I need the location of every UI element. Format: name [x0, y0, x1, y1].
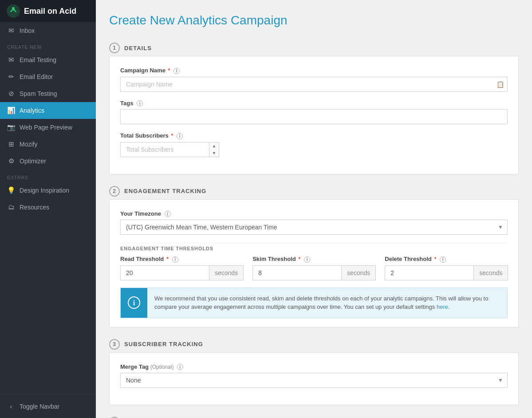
sidebar-item-label: Web Page Preview [20, 124, 72, 131]
info-box-icon: i [121, 288, 147, 318]
optimizer-icon: ⚙ [7, 157, 15, 165]
total-subscribers-label: Total Subscribers * i [120, 132, 508, 139]
info-box-text: We recommend that you use consistent rea… [147, 288, 507, 318]
engagement-info-box: i We recommend that you use consistent r… [120, 288, 508, 318]
spinner-up[interactable]: ▲ [209, 142, 219, 150]
skim-threshold-label: Skim Threshold * i [252, 256, 376, 263]
section-subscriber-number: 3 [109, 339, 120, 350]
total-subscribers-input[interactable] [120, 142, 209, 157]
section-subscriber: 3 SUBSCRIBER TRACKING Merge Tag (Optiona… [109, 335, 519, 406]
sidebar-item-web-page-preview[interactable]: 📷 Web Page Preview [0, 119, 96, 136]
campaign-name-input[interactable] [120, 77, 508, 92]
sidebar-item-inbox[interactable]: ✉ Inbox [0, 22, 96, 39]
tags-label: Tags i [120, 100, 508, 107]
read-threshold-group: Read Threshold * i seconds [120, 256, 244, 280]
sidebar-item-mozify[interactable]: ⊞ Mozify [0, 136, 96, 153]
section-subscriber-body: Merge Tag (Optional) i None ▼ [109, 352, 519, 406]
sidebar-item-label: Email Testing [20, 56, 56, 63]
total-subscribers-group: Total Subscribers * i ▲ ▼ [120, 132, 508, 157]
section-label-create: CREATE NEW [0, 39, 96, 51]
delete-threshold-unit: seconds [473, 266, 508, 280]
section-details-header: 1 DETAILS [109, 38, 519, 56]
sidebar-item-analytics[interactable]: 📊 Analytics [0, 102, 96, 119]
section-engagement: 2 ENGAGEMENT TRACKING Your Timezone i (U… [109, 181, 519, 327]
spinner-down[interactable]: ▼ [209, 150, 219, 157]
sidebar: Email on Acid ✉ Inbox CREATE NEW ✉ Email… [0, 0, 96, 418]
required-marker: * [171, 132, 173, 139]
merge-tag-select-wrapper: None ▼ [120, 373, 508, 388]
total-subscribers-info-icon[interactable]: i [177, 133, 183, 139]
section-details-body: Campaign Name * i 📋 Tags i Total Su [109, 56, 519, 174]
timezone-label: Your Timezone i [120, 210, 508, 217]
web-page-preview-icon: 📷 [7, 123, 15, 131]
read-threshold-input[interactable] [121, 266, 209, 280]
section-engagement-label: ENGAGEMENT TRACKING [124, 188, 206, 194]
info-box-link[interactable]: here [437, 304, 448, 310]
logo-text: Email on Acid [24, 7, 76, 16]
section-details: 1 DETAILS Campaign Name * i 📋 Tags i [109, 38, 519, 174]
sidebar-item-label: Optimizer [20, 158, 46, 165]
thresholds-label: ENGAGEMENT TIME THRESHOLDS [120, 243, 508, 251]
total-subscribers-spinner: ▲ ▼ [120, 142, 200, 157]
merge-tag-label: Merge Tag (Optional) i [120, 363, 508, 371]
read-threshold-unit: seconds [209, 266, 243, 280]
section-engagement-number: 2 [109, 186, 120, 197]
sidebar-toggle-navbar[interactable]: ‹ Toggle Navbar [0, 398, 96, 414]
skim-threshold-group: Skim Threshold * i seconds [252, 256, 376, 280]
sidebar-item-label: Analytics [20, 107, 44, 114]
logo: Email on Acid [0, 0, 96, 22]
sidebar-item-design-inspiration[interactable]: 💡 Design Inspiration [0, 182, 96, 199]
logo-icon [6, 4, 20, 18]
svg-text:i: i [133, 299, 135, 307]
sidebar-item-label: Email Editor [20, 73, 53, 80]
merge-tag-optional: (Optional) [150, 364, 174, 370]
section-label-extras: EXTRAS [0, 170, 96, 182]
sidebar-item-resources[interactable]: 🗂 Resources [0, 199, 96, 215]
delete-threshold-info-icon[interactable]: i [440, 256, 446, 263]
resources-icon: 🗂 [7, 203, 15, 211]
merge-tag-select[interactable]: None [120, 373, 508, 388]
sidebar-item-email-editor[interactable]: ✏ Email Editor [0, 68, 96, 85]
tags-input[interactable] [120, 109, 508, 124]
required-marker: * [166, 256, 169, 262]
section-details-number: 1 [109, 43, 120, 53]
design-inspiration-icon: 💡 [7, 186, 15, 194]
analytics-icon: 📊 [7, 106, 15, 114]
main-content: Create New Analytics Campaign 1 DETAILS … [96, 0, 532, 418]
read-threshold-info-icon[interactable]: i [172, 256, 178, 263]
skim-threshold-input[interactable] [253, 266, 341, 280]
required-marker: * [168, 67, 170, 74]
sidebar-item-label: Resources [20, 204, 49, 211]
delete-threshold-input[interactable] [385, 266, 473, 280]
merge-tag-info-icon[interactable]: i [177, 364, 183, 370]
campaign-name-wrapper: 📋 [120, 77, 508, 92]
sidebar-item-optimizer[interactable]: ⚙ Optimizer [0, 153, 96, 170]
required-marker: * [434, 256, 436, 262]
merge-tag-group: Merge Tag (Optional) i None ▼ [120, 363, 508, 388]
svg-point-1 [12, 7, 15, 10]
timezone-info-icon[interactable]: i [165, 211, 171, 217]
sidebar-item-label: Mozify [20, 141, 37, 148]
section-engagement-body: Your Timezone i (UTC) Greenwich Mean Tim… [109, 199, 519, 327]
campaign-name-label: Campaign Name * i [120, 67, 508, 74]
tags-group: Tags i [120, 100, 508, 125]
svg-point-0 [7, 4, 20, 18]
email-testing-icon: ✉ [7, 56, 15, 64]
sidebar-item-spam-testing[interactable]: ⊘ Spam Testing [0, 85, 96, 102]
delete-threshold-input-row: seconds [385, 265, 508, 280]
campaign-name-info-icon[interactable]: i [173, 68, 180, 74]
section-details-label: DETAILS [124, 45, 152, 51]
timezone-group: Your Timezone i (UTC) Greenwich Mean Tim… [120, 210, 508, 235]
sidebar-item-email-testing[interactable]: ✉ Email Testing [0, 51, 96, 68]
delete-threshold-label: Delete Threshold * i [385, 256, 508, 263]
tags-info-icon[interactable]: i [137, 100, 143, 106]
timezone-select-wrapper: (UTC) Greenwich Mean Time, Western Europ… [120, 220, 508, 235]
sidebar-item-label: Spam Testing [20, 90, 57, 97]
skim-threshold-info-icon[interactable]: i [304, 256, 310, 263]
delete-threshold-group: Delete Threshold * i seconds [385, 256, 508, 280]
timezone-select[interactable]: (UTC) Greenwich Mean Time, Western Europ… [120, 220, 508, 235]
toggle-navbar-icon: ‹ [7, 402, 15, 410]
read-threshold-input-row: seconds [120, 265, 244, 280]
page-title: Create New Analytics Campaign [109, 13, 519, 28]
email-editor-icon: ✏ [7, 73, 15, 81]
